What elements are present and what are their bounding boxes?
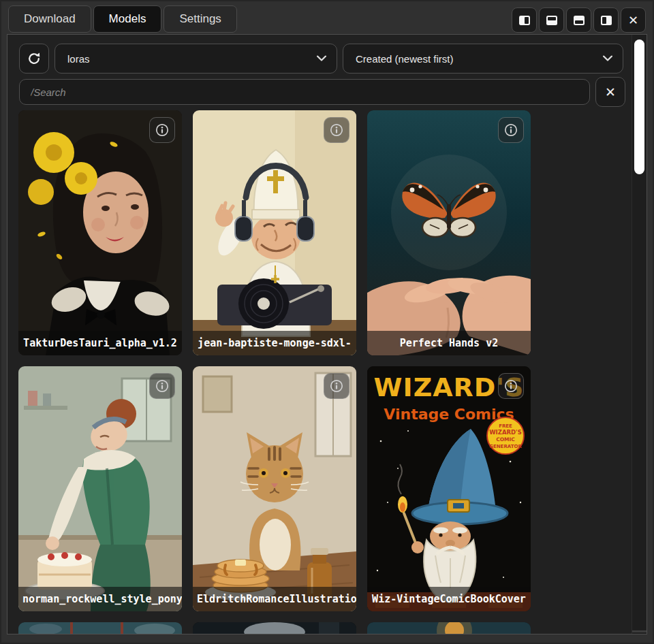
scrollbar-track[interactable] bbox=[632, 35, 647, 634]
model-title: Perfect Hands v2 bbox=[367, 331, 531, 355]
chevron-down-icon bbox=[603, 56, 612, 62]
scrollbar-thumb[interactable] bbox=[634, 39, 644, 174]
search-input[interactable] bbox=[19, 79, 590, 105]
model-title: EldritchRomanceIllustratio bbox=[193, 587, 356, 611]
dock-top-button[interactable] bbox=[539, 7, 564, 33]
info-icon bbox=[155, 123, 170, 138]
window-buttons: ✕ bbox=[512, 7, 646, 33]
info-icon bbox=[329, 123, 344, 138]
model-preview-image bbox=[193, 622, 356, 634]
chevron-down-icon bbox=[317, 56, 326, 62]
model-preview-image bbox=[18, 110, 182, 355]
dock-right-button[interactable] bbox=[512, 7, 537, 33]
model-preview-image: WIZARD'S Vintage Comics bbox=[367, 366, 531, 611]
card-info-button[interactable] bbox=[324, 373, 349, 399]
model-title: Wiz-VintageComicBookCover bbox=[367, 587, 531, 611]
card-info-button[interactable] bbox=[149, 373, 175, 399]
tab-models[interactable]: Models bbox=[93, 5, 162, 33]
tab-download[interactable]: Download bbox=[8, 5, 91, 33]
model-type-select[interactable]: loras bbox=[54, 44, 337, 74]
info-icon bbox=[329, 379, 344, 393]
model-card[interactable]: EldritchRomanceIllustratio bbox=[193, 366, 356, 611]
models-panel: loras Created (newest first) ✕ bbox=[7, 34, 647, 634]
tab-settings[interactable]: Settings bbox=[164, 5, 236, 33]
svg-text:GENERATOR: GENERATOR bbox=[489, 444, 522, 449]
dock-left-button[interactable] bbox=[593, 7, 619, 33]
close-button[interactable]: ✕ bbox=[621, 7, 646, 33]
model-card[interactable]: WIZARD'S Vintage Comics bbox=[367, 366, 531, 611]
model-preview-image bbox=[193, 110, 356, 355]
dock-bottom-button[interactable] bbox=[566, 7, 591, 33]
model-card-partial[interactable] bbox=[18, 622, 182, 634]
card-info-button[interactable] bbox=[149, 117, 175, 143]
refresh-button[interactable] bbox=[19, 44, 49, 74]
dock-right-icon bbox=[519, 16, 530, 25]
info-icon bbox=[503, 123, 518, 138]
model-preview-image bbox=[193, 366, 356, 611]
dock-left-icon bbox=[601, 16, 612, 25]
svg-text:COMIC: COMIC bbox=[496, 436, 515, 442]
model-title: jean-baptiste-monge-sdxl- bbox=[193, 331, 356, 355]
tab-bar: Download Models Settings bbox=[8, 5, 237, 33]
sort-value: Created (newest first) bbox=[356, 53, 453, 65]
model-preview-image bbox=[18, 366, 182, 611]
model-card[interactable]: jean-baptiste-monge-sdxl- bbox=[193, 110, 356, 355]
model-card-partial[interactable] bbox=[193, 622, 356, 634]
model-card-grid: TakturDesTauri_alpha_v1.2 bbox=[18, 110, 531, 634]
model-title: norman_rockwell_style_pony bbox=[18, 587, 182, 611]
model-preview-image bbox=[18, 622, 182, 634]
dock-bottom-icon bbox=[574, 16, 585, 25]
search-clear-button[interactable]: ✕ bbox=[595, 77, 625, 107]
refresh-icon bbox=[27, 51, 42, 66]
card-info-button[interactable] bbox=[498, 373, 524, 399]
card-info-button[interactable] bbox=[324, 117, 349, 143]
card-info-button[interactable] bbox=[498, 117, 524, 143]
svg-text:WIZARD'S: WIZARD'S bbox=[489, 429, 522, 436]
model-preview-image bbox=[367, 622, 531, 634]
model-card-partial[interactable] bbox=[367, 622, 531, 634]
dock-top-icon bbox=[546, 16, 557, 25]
info-icon bbox=[155, 379, 170, 393]
model-title: TakturDesTauri_alpha_v1.2 bbox=[18, 331, 182, 355]
model-type-value: loras bbox=[67, 53, 90, 65]
model-card[interactable]: Perfect Hands v2 bbox=[367, 110, 531, 355]
sort-select[interactable]: Created (newest first) bbox=[343, 44, 623, 74]
info-icon bbox=[503, 379, 518, 393]
model-card[interactable]: TakturDesTauri_alpha_v1.2 bbox=[18, 110, 182, 355]
model-card[interactable]: norman_rockwell_style_pony bbox=[18, 366, 182, 611]
scrollbar-corner bbox=[632, 630, 647, 632]
svg-text:FREE: FREE bbox=[499, 423, 512, 429]
model-preview-image bbox=[367, 110, 531, 355]
